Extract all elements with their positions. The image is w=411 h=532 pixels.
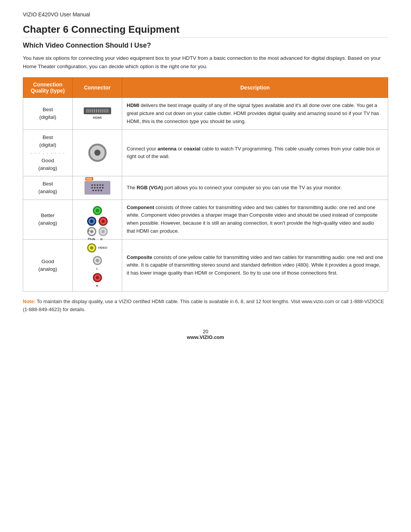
connector-hdmi: HDMI [73,98,122,129]
table-row: Best(digital) [23,98,388,129]
note: Note: To maintain the display quality, u… [23,298,388,314]
description-hdmi: HDMI delivers the best image quality of … [122,98,388,129]
table-row: Good(analog) VIDEO L R [23,239,388,291]
table-row: Better(analog) [23,200,388,239]
chapter-title: Chapter 6 Connecting Equipment [23,24,388,38]
website: www.VIZIO.com [23,334,388,340]
manual-title: VIZIO E420VO User Manual [23,11,90,18]
description-composite: Composite consists of one yellow cable f… [122,239,388,291]
quality-best-digital: Best(digital) [23,98,73,129]
page-footer: 20 www.VIZIO.com [23,329,388,340]
header-connector: Connector [73,78,122,98]
section-title: Which Video Connection Should I Use? [23,42,388,50]
quality-component: Better(analog) [23,200,73,239]
connector-coaxial [73,129,122,176]
connector-composite: VIDEO L R [73,239,122,291]
quality-vga: Best(analog) [23,176,73,200]
manual-header: VIZIO E420VO User Manual [23,11,388,18]
page-number: 20 [23,329,388,334]
table-row: Best(analog) VGA [23,176,388,200]
hdmi-label: HDMI [93,116,102,120]
description-coaxial: Connect your antenna or coaxial cable to… [122,129,388,176]
connector-vga: VGA [73,176,122,200]
connection-table: Connection Quality (type) Connector Desc… [23,77,388,292]
intro-text: You have six options for connecting your… [23,54,388,70]
quality-coaxial: Best(digital) - - - - - - - - - Good(ana… [23,129,73,176]
header-quality: Connection Quality (type) [23,78,73,98]
note-body: To maintain the display quality, use a V… [23,299,384,312]
description-component: Component consists of three cables for t… [122,200,388,239]
quality-composite: Good(analog) [23,239,73,291]
description-vga: The RGB (VGA) port allows you to connect… [122,176,388,200]
table-row: Best(digital) - - - - - - - - - Good(ana… [23,129,388,176]
connector-component: Pr R Pb L Y [73,200,122,239]
note-label: Note: [23,299,35,304]
header-description: Description [122,78,388,98]
